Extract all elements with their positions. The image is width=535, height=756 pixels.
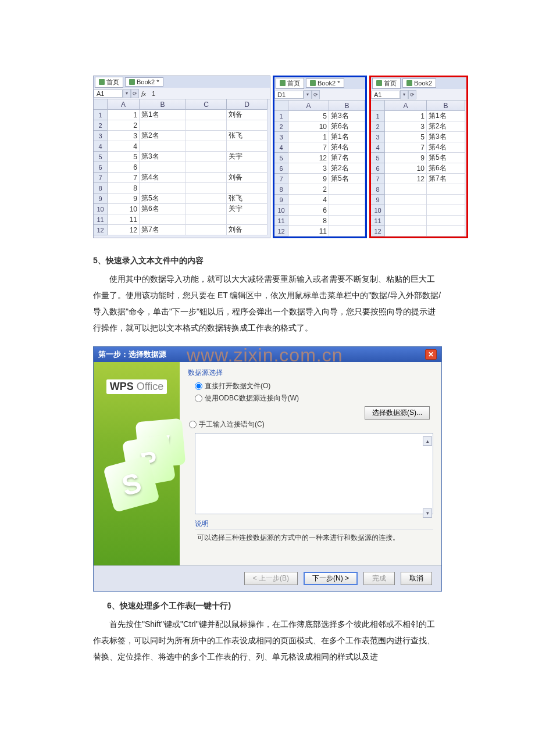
cell[interactable] bbox=[186, 214, 227, 225]
cell[interactable]: 7 bbox=[288, 142, 329, 153]
workbook-tab[interactable]: 首页 bbox=[372, 78, 401, 89]
row-header[interactable]: 2 bbox=[371, 121, 385, 132]
row-header[interactable]: 7 bbox=[371, 174, 385, 184]
close-button[interactable]: ✕ bbox=[425, 349, 437, 360]
row-header[interactable]: 1 bbox=[94, 110, 108, 120]
cell[interactable]: 12 bbox=[108, 225, 140, 235]
row-header[interactable]: 8 bbox=[274, 184, 288, 195]
cell[interactable] bbox=[329, 195, 365, 205]
cell[interactable]: 3 bbox=[288, 163, 329, 174]
cell[interactable]: 6 bbox=[288, 205, 329, 216]
dropdown-icon[interactable]: ▾ bbox=[400, 90, 408, 99]
cell[interactable] bbox=[329, 216, 365, 226]
cell[interactable] bbox=[186, 120, 227, 131]
row-header[interactable]: 10 bbox=[94, 204, 108, 214]
cell[interactable] bbox=[329, 184, 365, 195]
cell[interactable]: 10 bbox=[385, 163, 427, 174]
cell[interactable]: 2 bbox=[288, 184, 329, 195]
cell[interactable]: 第2名 bbox=[140, 131, 186, 141]
cell[interactable]: 第4名 bbox=[140, 173, 186, 183]
cell[interactable] bbox=[140, 141, 186, 152]
cell[interactable]: 第3名 bbox=[329, 111, 365, 121]
cell[interactable]: 7 bbox=[108, 173, 140, 183]
cell[interactable]: 8 bbox=[288, 216, 329, 226]
cell[interactable]: 第1名 bbox=[140, 110, 186, 120]
row-header[interactable]: 10 bbox=[274, 205, 288, 216]
cell[interactable] bbox=[427, 205, 465, 216]
cell[interactable]: 第7名 bbox=[140, 225, 186, 235]
cell[interactable] bbox=[329, 205, 365, 216]
cell[interactable]: 张飞 bbox=[227, 194, 268, 204]
workbook-tab[interactable]: Book2 * bbox=[306, 78, 344, 88]
cell[interactable] bbox=[385, 205, 427, 216]
cell[interactable]: 11 bbox=[108, 214, 140, 225]
row-header[interactable]: 11 bbox=[274, 216, 288, 226]
cell[interactable] bbox=[140, 183, 186, 194]
cell[interactable]: 第6名 bbox=[427, 163, 465, 174]
cell[interactable] bbox=[186, 152, 227, 162]
row-header[interactable]: 3 bbox=[371, 132, 385, 142]
cell[interactable]: 第7名 bbox=[329, 153, 365, 163]
cell[interactable]: 第6名 bbox=[140, 204, 186, 214]
row-header[interactable]: 7 bbox=[274, 174, 288, 184]
cell[interactable]: 第7名 bbox=[427, 174, 465, 184]
cell[interactable]: 9 bbox=[385, 153, 427, 163]
cell[interactable] bbox=[227, 214, 268, 225]
row-header[interactable]: 10 bbox=[371, 205, 385, 216]
row-header[interactable]: 3 bbox=[94, 131, 108, 141]
column-header[interactable]: A bbox=[288, 101, 329, 111]
cell[interactable]: 11 bbox=[288, 226, 329, 237]
row-header[interactable]: 1 bbox=[274, 111, 288, 121]
cell[interactable]: 9 bbox=[288, 174, 329, 184]
scroll-up-icon[interactable]: ▴ bbox=[423, 436, 432, 446]
row-header[interactable]: 11 bbox=[94, 214, 108, 225]
column-header[interactable]: A bbox=[385, 101, 427, 111]
radio-odbc-wizard[interactable]: 使用ODBC数据源连接向导(W) bbox=[195, 393, 433, 403]
cell[interactable] bbox=[427, 226, 465, 237]
cell[interactable] bbox=[186, 183, 227, 194]
cell[interactable]: 第5名 bbox=[140, 194, 186, 204]
cell[interactable]: 第2名 bbox=[329, 163, 365, 174]
fx-icon[interactable]: fx bbox=[141, 90, 146, 97]
cell[interactable]: 第4名 bbox=[427, 142, 465, 153]
cell[interactable]: 12 bbox=[288, 153, 329, 163]
select-all-corner[interactable] bbox=[274, 101, 288, 111]
cell[interactable]: 4 bbox=[288, 195, 329, 205]
cell[interactable]: 第6名 bbox=[329, 121, 365, 132]
cell[interactable] bbox=[385, 216, 427, 226]
cell[interactable]: 5 bbox=[108, 152, 140, 162]
column-header[interactable]: B bbox=[140, 99, 186, 110]
cell[interactable] bbox=[186, 204, 227, 214]
select-datasource-button[interactable]: 选择数据源(S)... bbox=[365, 406, 430, 420]
cell[interactable] bbox=[227, 183, 268, 194]
cell[interactable]: 10 bbox=[288, 121, 329, 132]
row-header[interactable]: 5 bbox=[94, 152, 108, 162]
row-header[interactable]: 1 bbox=[371, 111, 385, 121]
cell[interactable] bbox=[186, 110, 227, 120]
cell[interactable]: 关宇 bbox=[227, 152, 268, 162]
cell[interactable]: 9 bbox=[108, 194, 140, 204]
cell[interactable]: 第2名 bbox=[427, 121, 465, 132]
name-box[interactable]: D1 bbox=[274, 91, 304, 99]
workbook-tab[interactable]: 首页 bbox=[276, 78, 304, 89]
select-all-corner[interactable] bbox=[94, 99, 108, 110]
cell[interactable] bbox=[227, 162, 268, 173]
column-header[interactable]: B bbox=[329, 101, 365, 111]
scroll-down-icon[interactable]: ▾ bbox=[423, 508, 432, 518]
cell[interactable]: 第5名 bbox=[329, 174, 365, 184]
row-header[interactable]: 11 bbox=[371, 216, 385, 226]
row-header[interactable]: 4 bbox=[274, 142, 288, 153]
cell[interactable] bbox=[227, 141, 268, 152]
cell[interactable]: 10 bbox=[108, 204, 140, 214]
workbook-tab[interactable]: Book2 * bbox=[125, 77, 163, 87]
row-header[interactable]: 2 bbox=[274, 121, 288, 132]
cell[interactable]: 5 bbox=[385, 132, 427, 142]
column-header[interactable]: B bbox=[427, 101, 465, 111]
next-button[interactable]: 下一步(N) > bbox=[304, 572, 358, 585]
refresh-icon[interactable]: ⟳ bbox=[312, 90, 320, 99]
row-header[interactable]: 8 bbox=[94, 183, 108, 194]
row-header[interactable]: 4 bbox=[94, 141, 108, 152]
connection-string-textarea[interactable] bbox=[195, 433, 433, 514]
cell[interactable] bbox=[186, 225, 227, 235]
cell[interactable]: 3 bbox=[385, 121, 427, 132]
